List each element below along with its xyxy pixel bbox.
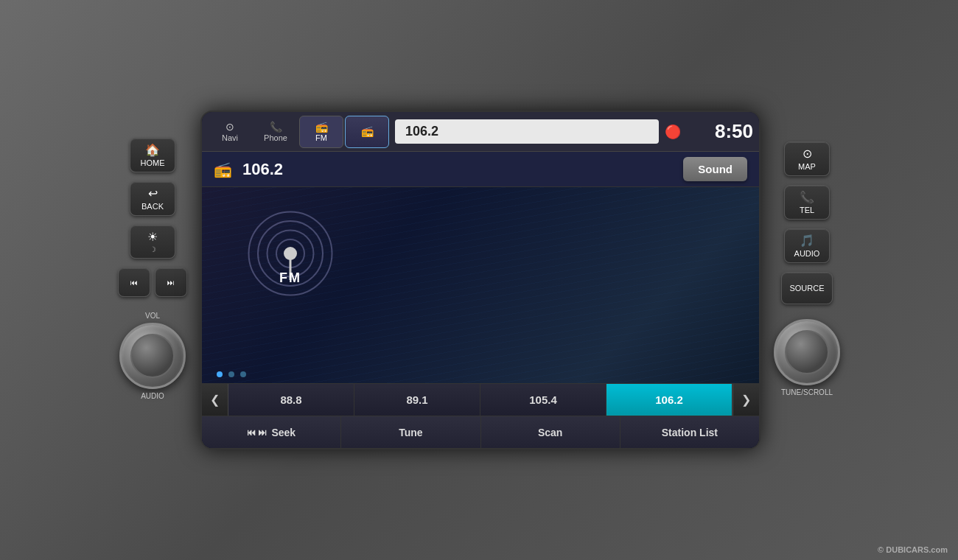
tel-label: TEL	[800, 206, 814, 214]
next-track-button[interactable]: ⏭	[155, 267, 187, 297]
audio-label: AUDIO	[141, 392, 164, 400]
right-button-panel: ⊙ MAP 📞 TEL 🎵 AUDIO SOURCE TUNE/SCROLL	[774, 141, 840, 396]
prev-preset-button[interactable]: ❮	[202, 384, 228, 416]
tab-fm[interactable]: 📻 FM	[299, 116, 343, 148]
scan-button[interactable]: Scan	[481, 416, 620, 448]
preset-89-1[interactable]: 89.1	[354, 384, 480, 416]
main-content-area: FM ❮ 88.8 89.1 105.	[202, 187, 759, 448]
prev-arrow-icon: ❮	[210, 393, 220, 407]
home-button[interactable]: 🏠 HOME	[130, 138, 175, 172]
next-arrow-icon: ❯	[741, 393, 751, 407]
prev-track-icon: ⏮	[130, 279, 138, 287]
tab-fm-active[interactable]: 📻	[345, 116, 389, 148]
audio-icon: 🎵	[800, 234, 814, 248]
back-icon: ↩	[148, 186, 158, 200]
radio-visual: FM	[231, 195, 349, 312]
sound-button[interactable]: Sound	[683, 157, 747, 181]
seek-label: Seek	[271, 427, 296, 438]
next-track-icon: ⏭	[167, 279, 175, 287]
map-button[interactable]: ⊙ MAP	[784, 141, 830, 176]
navi-icon: ⊙	[225, 121, 234, 133]
watermark: © DUBICARS.com	[878, 545, 948, 554]
tab-phone[interactable]: 📞 Phone	[254, 116, 298, 148]
preset-stations: 88.8 89.1 105.4 106.2	[228, 384, 733, 416]
fm-label: FM	[315, 133, 327, 142]
seek-button[interactable]: ⏮ ⏭ Seek	[202, 416, 341, 448]
phone-icon: 📞	[270, 121, 282, 133]
infotainment-screen: ⊙ Navi 📞 Phone 📻 FM 📻 106.2 🔴	[200, 111, 761, 449]
bottom-controls: ⏮ ⏭ Seek Tune Scan Station List	[202, 416, 759, 448]
frequency-display: 106.2	[395, 119, 659, 144]
frequency-bar: 📻 106.2 Sound	[202, 152, 759, 187]
brightness-button[interactable]: ☀ ☽	[130, 225, 175, 259]
next-preset-button[interactable]: ❯	[733, 384, 759, 416]
volume-area: VOL AUDIO	[119, 312, 186, 400]
top-nav-bar: ⊙ Navi 📞 Phone 📻 FM 📻 106.2 🔴	[202, 112, 759, 152]
current-frequency: 106.2	[242, 160, 683, 179]
scan-label: Scan	[538, 427, 562, 438]
brightness-icon: ☀	[147, 230, 158, 244]
tab-navi[interactable]: ⊙ Navi	[208, 116, 252, 148]
home-icon: 🏠	[145, 143, 160, 157]
dot-3	[240, 371, 246, 377]
tune-scroll-label: TUNE/SCROLL	[781, 388, 833, 396]
tel-button[interactable]: 📞 TEL	[784, 185, 830, 220]
source-label: SOURCE	[789, 284, 824, 293]
track-buttons: ⏮ ⏭	[118, 267, 187, 297]
phone-label: Phone	[264, 133, 287, 142]
dot-1	[217, 371, 223, 377]
frequency-value: 106.2	[405, 124, 438, 139]
source-button[interactable]: SOURCE	[781, 272, 832, 304]
preset-88-8[interactable]: 88.8	[228, 384, 354, 416]
preset-105-4[interactable]: 105.4	[480, 384, 606, 416]
map-label: MAP	[798, 162, 816, 171]
audio-button[interactable]: 🎵 AUDIO	[784, 228, 830, 263]
car-panel: 🏠 HOME ↩ BACK ☀ ☽ ⏮ ⏭ VOL	[0, 0, 958, 560]
screen-container: ⊙ Navi 📞 Phone 📻 FM 📻 106.2 🔴	[200, 111, 761, 449]
map-icon: ⊙	[803, 147, 812, 161]
station-list-label: Station List	[662, 427, 718, 438]
volume-knob-inner	[130, 334, 175, 378]
fm-icon: 📻	[315, 121, 328, 133]
audio-right-label: AUDIO	[794, 249, 820, 258]
presets-row: ❮ 88.8 89.1 105.4 106.2 ❯	[202, 383, 759, 416]
tune-label: Tune	[399, 427, 422, 438]
navi-label: Navi	[222, 133, 238, 142]
seek-arrows: ⏮ ⏭	[247, 427, 267, 438]
left-button-panel: 🏠 HOME ↩ BACK ☀ ☽ ⏮ ⏭ VOL	[118, 138, 187, 400]
radio-icon: 📻	[214, 161, 232, 178]
vol-label: VOL	[145, 312, 160, 320]
fm2-icon: 📻	[361, 125, 374, 137]
clock-value: 8:50	[715, 120, 753, 142]
dot-2	[228, 371, 234, 377]
back-button[interactable]: ↩ BACK	[130, 181, 175, 216]
preset-106-2[interactable]: 106.2	[606, 384, 733, 416]
tune-scroll-knob[interactable]	[774, 319, 840, 385]
tune-button[interactable]: Tune	[341, 416, 480, 448]
radio-waves: FM	[246, 209, 335, 298]
tune-scroll-area: TUNE/SCROLL	[774, 319, 840, 396]
bluetooth-icon: 🔴	[665, 124, 681, 140]
station-list-button[interactable]: Station List	[620, 416, 759, 448]
clock-display: 8:50	[694, 120, 753, 143]
prev-track-button[interactable]: ⏮	[118, 267, 150, 297]
volume-knob[interactable]	[119, 323, 186, 389]
back-label: BACK	[141, 202, 164, 211]
tune-knob-inner	[785, 330, 829, 374]
tel-icon: 📞	[800, 190, 814, 204]
page-dots	[214, 371, 246, 377]
fm-visual-label: FM	[279, 270, 301, 286]
home-label: HOME	[141, 158, 165, 167]
radio-center	[284, 247, 297, 260]
